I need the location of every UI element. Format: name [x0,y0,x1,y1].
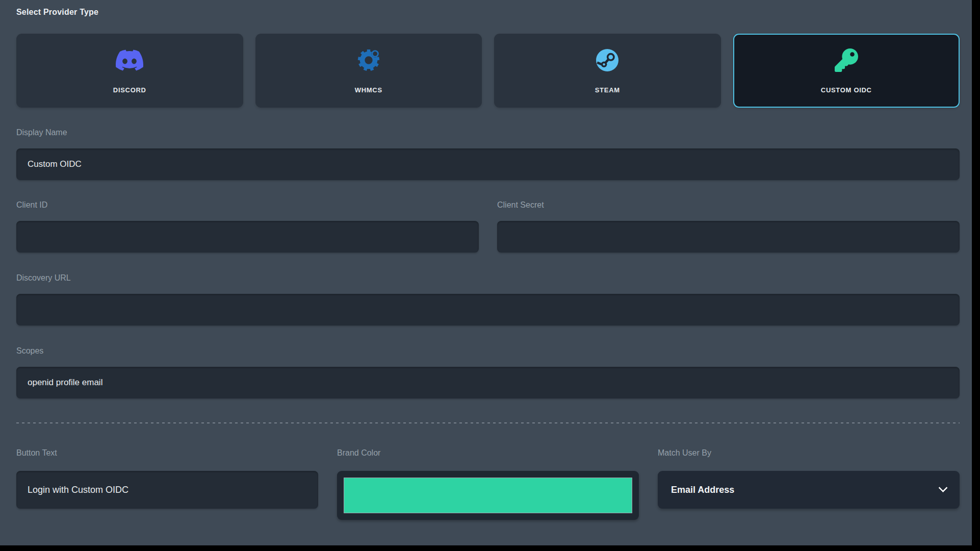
scopes-input[interactable] [16,367,960,398]
steam-icon [595,48,620,72]
provider-card-label: STEAM [595,86,620,94]
scopes-field: Scopes [16,346,960,398]
client-id-label: Client ID [16,200,479,210]
provider-card-steam[interactable]: STEAM [494,34,721,108]
client-secret-input[interactable] [497,221,960,253]
client-id-field: Client ID [16,200,479,253]
client-secret-label: Client Secret [497,200,960,210]
client-secret-field: Client Secret [497,200,960,253]
button-text-label: Button Text [16,448,318,458]
provider-card-label: DISCORD [113,86,146,94]
button-text-input[interactable] [16,471,318,509]
discovery-url-field: Discovery URL [16,273,960,325]
provider-card-whmcs[interactable]: WHMCS [255,34,482,108]
provider-card-custom-oidc[interactable]: CUSTOM OIDC [733,34,960,108]
section-divider [16,422,960,423]
discord-icon [116,48,143,72]
provider-type-grid: DISCORD [16,34,960,108]
chevron-down-icon [938,483,947,492]
key-icon [835,48,858,72]
brand-color-picker[interactable] [337,471,639,520]
discovery-url-input[interactable] [16,294,960,325]
brand-color-swatch [344,478,632,513]
display-name-input[interactable] [16,148,960,180]
display-name-label: Display Name [16,128,960,137]
gear-icon [357,48,380,72]
match-user-by-label: Match User By [658,448,960,458]
match-user-by-value: Email Address [671,485,734,495]
scopes-label: Scopes [16,346,960,356]
match-user-by-select[interactable]: Email Address [658,471,960,509]
provider-card-label: WHMCS [355,86,382,94]
provider-form-panel: Select Provider Type DISCORD [0,0,972,545]
discovery-url-label: Discovery URL [16,273,960,283]
display-name-field: Display Name [16,128,960,180]
select-provider-type-title: Select Provider Type [16,7,960,17]
button-text-field: Button Text [16,448,318,509]
provider-card-discord[interactable]: DISCORD [16,34,243,108]
brand-color-field: Brand Color [337,448,639,520]
brand-color-label: Brand Color [337,448,639,458]
client-id-input[interactable] [16,221,479,253]
provider-card-label: CUSTOM OIDC [821,86,872,94]
match-user-by-field: Match User By Email Address [658,448,960,509]
